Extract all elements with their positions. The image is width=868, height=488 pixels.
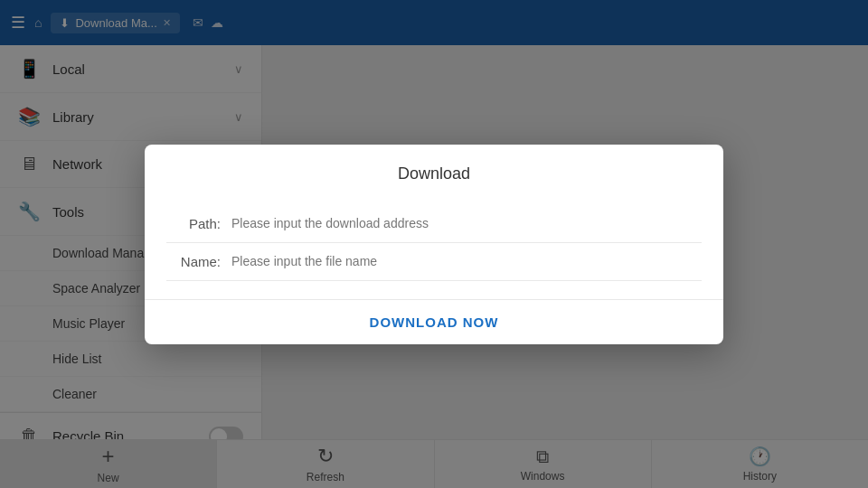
name-label: Name: [166,254,221,269]
modal-footer: DOWNLOAD NOW [145,299,723,344]
modal-title: Download [145,145,723,198]
path-field: Path: [166,205,702,243]
path-label: Path: [166,216,221,231]
download-now-button[interactable]: DOWNLOAD NOW [370,314,499,330]
modal-body: Path: Name: [145,198,723,299]
modal-overlay[interactable]: Download Path: Name: DOWNLOAD NOW [0,0,868,488]
path-input[interactable] [231,216,702,230]
name-input[interactable] [231,254,702,268]
name-field: Name: [166,243,702,281]
download-modal: Download Path: Name: DOWNLOAD NOW [145,145,723,344]
